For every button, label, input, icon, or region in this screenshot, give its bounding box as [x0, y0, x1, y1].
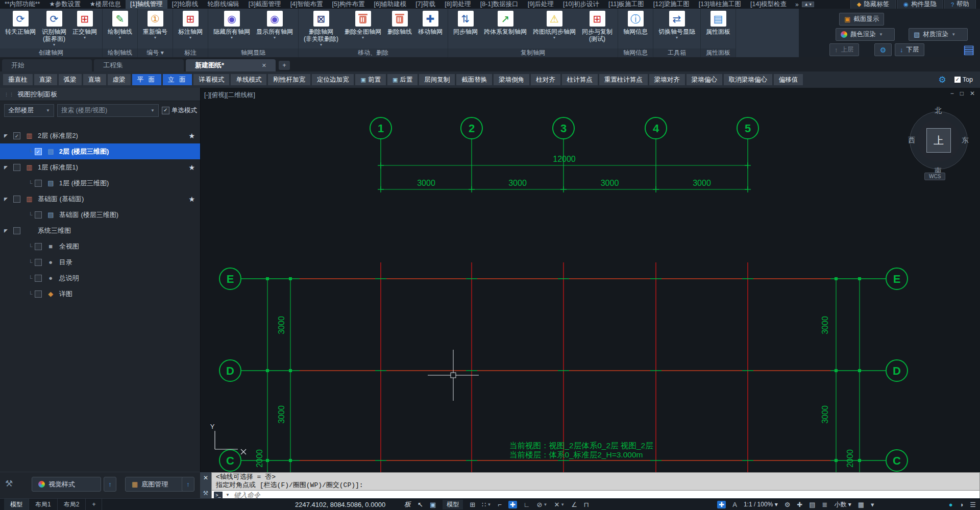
compass-west-label[interactable]: 西: [908, 136, 915, 145]
search-input[interactable]: 搜索 (楼层/视图) ▼: [57, 104, 159, 117]
ribbon-button-6-2[interactable]: ⚠跨图纸同步轴网▾: [530, 10, 578, 40]
ribbon-button-6-1[interactable]: ↗跨体系复制轴网: [481, 10, 529, 36]
help-button[interactable]: ?帮助: [944, 0, 976, 9]
ribbon-button-4-0[interactable]: ◉隐藏所有轴网▾: [211, 10, 253, 40]
menu-item-4[interactable]: [2]轮廓线: [167, 0, 203, 9]
cad-drawing[interactable]: EEDDCC1234512000300030003000300030003000…: [200, 88, 980, 472]
clean-screen-icon[interactable]: ▣: [430, 501, 436, 508]
layer-settings-button[interactable]: ⚙: [874, 43, 892, 56]
grid-small-icon[interactable]: ▦: [858, 501, 864, 508]
menu-item-0[interactable]: **内部功能**: [0, 0, 44, 9]
tree-checkbox[interactable]: [13, 196, 20, 203]
favorite-star-icon[interactable]: ★: [188, 132, 195, 140]
menu-item-2[interactable]: ★楼层信息: [85, 0, 126, 9]
annotation-scale-icon[interactable]: ✚: [717, 501, 726, 508]
drag-handle-icon[interactable]: ⋮⋮: [4, 92, 14, 97]
menu-item-6[interactable]: [3]截面管理: [244, 0, 286, 9]
panel-header[interactable]: ⋮⋮ 视图控制面板: [0, 88, 200, 101]
toolbar-button-1[interactable]: 直梁: [34, 74, 57, 85]
polar-tracking-icon[interactable]: ⊘▼: [537, 501, 548, 508]
hide-labels-button[interactable]: ◆隐藏标签: [850, 0, 896, 9]
tree-row-5[interactable]: └▤基础面 (楼层三维图): [0, 207, 200, 223]
menu-item-10[interactable]: [7]荷载: [411, 0, 440, 9]
component-visibility-button[interactable]: ◉构件显隐: [897, 0, 943, 9]
graphics-icon[interactable]: ▤: [809, 501, 815, 508]
workspace-gear-icon[interactable]: ⚙: [785, 501, 791, 508]
ribbon-button-7-0[interactable]: ⓘ轴网信息: [621, 10, 650, 36]
favorite-star-icon[interactable]: ★: [188, 163, 195, 172]
menu-item-1[interactable]: ★参数设置: [44, 0, 85, 9]
tree-row-8[interactable]: └●目录: [0, 254, 200, 270]
tree-row-0[interactable]: ◤✓▥2层 (标准层2)★: [0, 128, 200, 143]
tree-checkbox[interactable]: [35, 259, 42, 266]
expander-icon[interactable]: ◤: [4, 228, 8, 233]
ribbon-button-1-0[interactable]: ✎绘制轴线▾: [105, 10, 135, 40]
snap-reference-icon[interactable]: ⊓: [584, 501, 589, 508]
toolbar-button-12[interactable]: ▣后置: [387, 74, 418, 85]
ortho-mode-icon[interactable]: ∟: [524, 501, 530, 508]
menu-item-12[interactable]: [8-1]数据接口: [476, 0, 523, 9]
toolbar-button-5[interactable]: 平 面: [132, 74, 161, 85]
drawing-viewport[interactable]: [-][俯视][二维线框] − □ ✕ EEDDCC12345120003000…: [200, 88, 980, 472]
tree-row-3[interactable]: └▤1层 (楼层三维图): [0, 175, 200, 191]
single-select-checkbox[interactable]: ✓ 单选模式: [162, 106, 197, 115]
menu-item-14[interactable]: [10]初步设计: [558, 0, 604, 9]
base-map-expand-button[interactable]: ↑: [182, 477, 194, 492]
new-tab-button[interactable]: +: [279, 61, 290, 70]
layer-down-button[interactable]: ↓ 下层: [895, 43, 924, 56]
material-render-button[interactable]: ▧ 材质渲染 ▼: [909, 28, 968, 41]
tree-row-4[interactable]: ◤▥基础面 (基础面)★: [0, 191, 200, 207]
menu-item-11[interactable]: [8]前处理: [440, 0, 475, 9]
toolbar-button-10[interactable]: 定位边加宽: [312, 74, 354, 85]
tree-row-9[interactable]: └●总说明: [0, 270, 200, 286]
expander-icon[interactable]: ◤: [4, 133, 8, 138]
ribbon-button-6-0[interactable]: ⇅同步轴网: [451, 10, 480, 36]
chevron-down-icon[interactable]: ▼: [226, 493, 230, 497]
floor-filter-select[interactable]: 全部楼层 ▼: [4, 104, 54, 117]
crosshair-icon[interactable]: ✚: [797, 501, 802, 508]
toolbar-button-4[interactable]: 虚梁: [108, 74, 131, 85]
visual-style-expand-button[interactable]: ↑: [104, 477, 116, 492]
tree-row-7[interactable]: └■全视图: [0, 238, 200, 254]
doc-tab-2[interactable]: 新建图纸*✕: [186, 59, 276, 71]
toolbar-button-7[interactable]: 详看模式: [193, 74, 229, 85]
menu-item-15[interactable]: [11]板施工图: [604, 0, 649, 9]
menu-item-3[interactable]: [1]轴线管理: [126, 0, 167, 9]
toolbar-button-13[interactable]: 层间复制: [419, 74, 455, 85]
ribbon-button-5-1[interactable]: 删除全图轴网▾: [342, 10, 384, 40]
toolbar-button-3[interactable]: 直墙: [83, 74, 106, 85]
toolbar-button-14[interactable]: 截面替换: [456, 74, 492, 85]
compass-east-label[interactable]: 东: [962, 136, 969, 145]
visual-style-button[interactable]: 视觉样式: [32, 477, 101, 492]
compass-center-cube[interactable]: 上: [926, 128, 951, 153]
menu-item-5[interactable]: 轮廓线编辑: [203, 0, 244, 9]
menu-item-8[interactable]: [5]构件布置: [328, 0, 370, 9]
zoom-scale-button[interactable]: 1:1 / 100% ▾: [744, 501, 778, 508]
toolbar-gear-icon[interactable]: ⚙: [939, 75, 946, 85]
wrench-icon[interactable]: ⚒: [203, 490, 209, 497]
ribbon-button-0-2[interactable]: ⊞正交轴网▾: [70, 10, 100, 40]
viewport-close-button[interactable]: ✕: [970, 90, 975, 97]
menu-item-16[interactable]: [12]梁施工图: [649, 0, 694, 9]
tree-checkbox[interactable]: [35, 290, 42, 298]
ribbon-button-4-1[interactable]: ◉显示所有轴网▾: [254, 10, 296, 40]
toolbar-button-17[interactable]: 柱计算点: [562, 74, 598, 85]
ribbon-button-0-0[interactable]: ⟳转天正轴网: [3, 10, 38, 36]
wcs-badge[interactable]: WCS: [924, 173, 945, 180]
model-space-button[interactable]: 模型: [443, 500, 463, 509]
toolbar-button-2[interactable]: 弧梁: [59, 74, 82, 85]
ribbon-button-8-0[interactable]: ⇄切换轴号显隐▾: [656, 10, 698, 40]
favorite-star-icon[interactable]: ★: [188, 195, 195, 203]
toolbar-button-9[interactable]: 刚性杆加宽: [268, 74, 310, 85]
toolbar-button-22[interactable]: 偏移值: [774, 74, 803, 85]
status-dot-cyan-icon[interactable]: ●: [949, 501, 953, 508]
expander-icon[interactable]: ◤: [4, 165, 8, 170]
menu-item-9[interactable]: [6]辅助建模: [369, 0, 411, 9]
toolbar-button-18[interactable]: 重置柱计算点: [599, 74, 648, 85]
half-circle-icon[interactable]: ◑: [959, 501, 963, 508]
properties-doc-icon[interactable]: ▤: [963, 42, 975, 57]
ribbon-button-9-0[interactable]: ▤属性面板: [703, 10, 733, 36]
tree-checkbox[interactable]: ✓: [35, 148, 42, 155]
tree-row-2[interactable]: ◤▥1层 (标准层1)★: [0, 159, 200, 175]
compass-north-label[interactable]: 北: [935, 106, 942, 115]
